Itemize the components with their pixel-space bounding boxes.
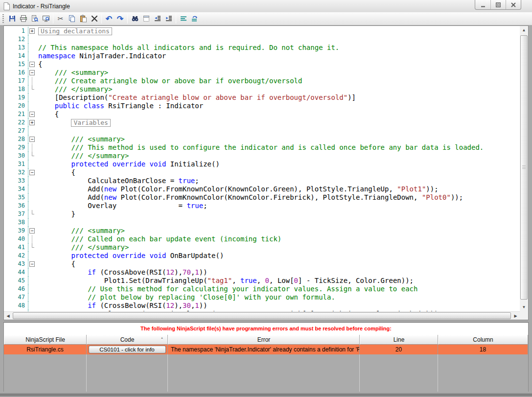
code-line[interactable]: 13// This namespace holds all indicators… [4, 44, 519, 52]
code-line[interactable]: 35 Add(new Plot(Color.FromKnownColor(Kno… [4, 193, 519, 202]
code-text[interactable]: Add(new Plot(Color.FromKnownColor(KnownC… [36, 185, 439, 193]
collapse-icon[interactable]: − [29, 170, 35, 175]
code-text[interactable]: /// <summary> [36, 135, 125, 143]
vertical-scrollbar-thumb[interactable] [520, 35, 528, 300]
vertical-scrollbar[interactable]: ▲ ▼ [520, 26, 528, 311]
code-line[interactable]: 34 Add(new Plot(Color.FromKnownColor(Kno… [4, 185, 519, 193]
code-text[interactable]: if (CrossAbove(RSI(12),70,1)) [36, 268, 208, 277]
code-text[interactable]: /// Create atriangle blow or above bar i… [36, 77, 302, 85]
scroll-right-arrow-icon[interactable]: ▶ [511, 312, 520, 320]
code-text[interactable] [36, 35, 38, 44]
code-line[interactable]: 27 [4, 127, 519, 135]
error-code-button[interactable]: CS0101 - click for info [89, 346, 166, 353]
code-text[interactable]: /// <summary> [36, 227, 125, 235]
code-text[interactable]: Add(new Plot(Color.FromKnownColor(KnownC… [36, 193, 463, 202]
minimize-button[interactable] [475, 0, 490, 9]
code-text[interactable]: { [36, 260, 75, 268]
collapse-icon[interactable]: − [29, 228, 35, 234]
save-icon[interactable] [6, 13, 18, 24]
code-text[interactable]: Variables [36, 118, 111, 127]
fold-toggle[interactable]: + [28, 118, 36, 127]
code-line[interactable]: 31 protected override void Initialize() [4, 160, 519, 168]
select-all-icon[interactable] [140, 13, 152, 24]
error-row[interactable]: RsiTriangle.cs CS0101 - click for info T… [4, 345, 528, 354]
code-text[interactable]: } [36, 210, 75, 218]
code-text[interactable]: public class RsiTriangle : Indicator [36, 102, 203, 110]
code-text[interactable]: Plot1.Set(DrawTriangleUp("tag1", true, 0… [36, 277, 414, 285]
code-line[interactable]: 12 [4, 35, 519, 44]
paste-icon[interactable] [77, 13, 89, 24]
display-preview-icon[interactable] [40, 13, 51, 24]
fold-toggle[interactable]: − [28, 110, 36, 118]
fold-toggle[interactable]: − [28, 135, 36, 143]
code-text[interactable]: protected override void Initialize() [36, 160, 220, 168]
code-line[interactable]: 22+ Variables [4, 118, 519, 127]
code-line[interactable]: 28− /// <summary> [4, 135, 519, 143]
collapsed-region-box[interactable]: Using declarations [38, 27, 112, 35]
code-line[interactable]: 48 if (CrossBelow(RSI(12),30,1)) [4, 302, 519, 310]
code-text[interactable]: /// </summary> [36, 243, 129, 252]
title-bar[interactable]: Indicator - RsiTriangle [0, 0, 532, 12]
collapse-icon[interactable]: − [29, 137, 35, 142]
fold-toggle[interactable]: − [28, 69, 36, 77]
cut-icon[interactable]: ✂ [55, 13, 66, 24]
code-line[interactable]: 15−{ [4, 60, 519, 69]
code-line[interactable]: 16− /// <summary> [4, 69, 519, 77]
code-line[interactable]: 33 CalculateOnBarClose = true; [4, 177, 519, 185]
code-line[interactable]: 42 protected override void OnBarUpdate() [4, 252, 519, 260]
code-line[interactable]: 18 /// </summary> [4, 85, 519, 93]
code-text[interactable]: /// </summary> [36, 152, 129, 160]
column-header-file[interactable]: NinjaScript File [4, 335, 87, 345]
collapse-icon[interactable]: − [29, 70, 35, 75]
code-text[interactable]: // plot below by replacing 'Close[0]' wi… [36, 293, 335, 302]
code-text[interactable] [36, 218, 38, 227]
code-line[interactable]: 43− { [4, 260, 519, 268]
code-line[interactable]: 38 [4, 218, 519, 227]
horizontal-scrollbar[interactable]: ◀ ▶ [4, 311, 520, 320]
print-icon[interactable] [18, 13, 29, 24]
copy-icon[interactable] [66, 13, 77, 24]
code-line[interactable]: 20 public class RsiTriangle : Indicator [4, 102, 519, 110]
column-header-error[interactable]: Error [168, 335, 360, 345]
code-text[interactable]: { [36, 110, 59, 118]
code-text[interactable]: // This namespace holds all indicators a… [36, 44, 339, 52]
code-viewport[interactable]: 1+Using declarations1213// This namespac… [4, 26, 519, 311]
toolbar-grip[interactable] [2, 14, 4, 23]
undo-icon[interactable]: ↶ [103, 13, 115, 24]
code-text[interactable]: protected override void OnBarUpdate() [36, 252, 224, 260]
code-text[interactable]: namespace NinjaTrader.Indicator [36, 52, 166, 60]
code-line[interactable]: 21− { [4, 110, 519, 118]
comment-lines-icon[interactable] [178, 13, 189, 24]
code-line[interactable]: 44 if (CrossAbove(RSI(12),70,1)) [4, 268, 519, 277]
code-text[interactable]: /// This method is used to configure the… [36, 143, 484, 152]
code-line[interactable]: 45 Plot1.Set(DrawTriangleUp("tag1", true… [4, 277, 519, 285]
code-line[interactable]: 32− { [4, 168, 519, 177]
scroll-left-arrow-icon[interactable]: ◀ [4, 312, 12, 320]
code-line[interactable]: 40 /// Called on each bar update event (… [4, 235, 519, 243]
fold-toggle[interactable]: − [28, 168, 36, 177]
code-text[interactable]: { [36, 60, 42, 69]
code-line[interactable]: 30 /// </summary> [4, 152, 519, 160]
expand-icon[interactable]: + [29, 120, 35, 125]
collapse-icon[interactable]: − [29, 261, 35, 267]
code-text[interactable]: if (CrossBelow(RSI(12),30,1)) [36, 302, 208, 310]
code-line[interactable]: 14namespace NinjaTrader.Indicator [4, 52, 519, 60]
column-header-code[interactable]: Code ▲ [87, 335, 168, 345]
code-line[interactable]: 46 // Use this method for calculating yo… [4, 285, 519, 293]
code-text[interactable]: // Use this method for calculating your … [36, 285, 417, 293]
find-icon[interactable] [129, 13, 140, 24]
expand-icon[interactable]: + [29, 28, 35, 34]
fold-toggle[interactable]: + [28, 27, 36, 35]
column-header-column[interactable]: Column [438, 335, 528, 345]
code-text[interactable]: Using declarations [36, 27, 112, 35]
code-text[interactable]: Overlay = true; [36, 202, 208, 210]
code-line[interactable]: 37 } [4, 210, 519, 218]
collapse-icon[interactable]: − [29, 62, 35, 67]
horizontal-scrollbar-thumb[interactable] [13, 312, 511, 319]
scroll-up-arrow-icon[interactable]: ▲ [520, 26, 528, 34]
print-preview-icon[interactable] [29, 13, 40, 24]
code-text[interactable]: [Description("Create atriangle blow or a… [36, 93, 356, 102]
scroll-down-arrow-icon[interactable]: ▼ [520, 303, 528, 311]
close-button[interactable] [506, 0, 521, 9]
code-line[interactable]: 39− /// <summary> [4, 227, 519, 235]
